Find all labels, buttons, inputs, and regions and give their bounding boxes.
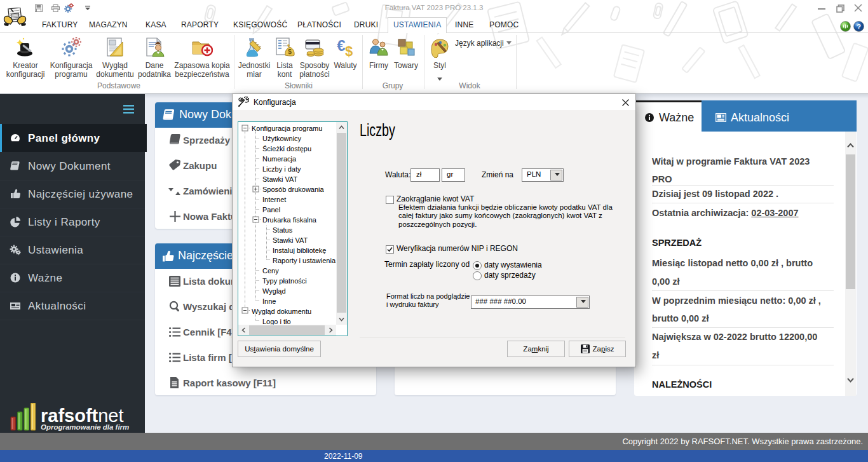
svg-text:Sposób drukowania: Sposób drukowania bbox=[262, 186, 325, 193]
svg-text:Stawki VAT: Stawki VAT bbox=[262, 175, 297, 183]
svg-text:Użytkownicy: Użytkownicy bbox=[262, 135, 302, 142]
svg-text:Numeracja: Numeracja bbox=[262, 155, 297, 163]
svg-text:Liczby i daty: Liczby i daty bbox=[262, 165, 301, 173]
svg-text:Raporty i ustawienia: Raporty i ustawienia bbox=[273, 257, 336, 264]
svg-text:Stawki VAT: Stawki VAT bbox=[273, 236, 308, 244]
svg-text:Typy płatności: Typy płatności bbox=[262, 277, 307, 285]
svg-text:Ceny: Ceny bbox=[262, 267, 279, 275]
svg-text:Inne: Inne bbox=[262, 297, 276, 305]
svg-text:Internet: Internet bbox=[262, 196, 286, 203]
svg-text:Ścieżki dostępu: Ścieżki dostępu bbox=[262, 145, 311, 153]
svg-text:Status: Status bbox=[273, 226, 293, 234]
svg-text:Panel: Panel bbox=[262, 206, 280, 214]
svg-text:Konfiguracja programu: Konfiguracja programu bbox=[252, 125, 322, 132]
svg-text:Instaluj bibliotekę: Instaluj bibliotekę bbox=[273, 247, 326, 254]
svg-text:Wygląd: Wygląd bbox=[262, 287, 286, 295]
svg-text:Wygląd dokumentu: Wygląd dokumentu bbox=[252, 308, 311, 315]
svg-text:Drukarka fiskalna: Drukarka fiskalna bbox=[262, 216, 317, 224]
